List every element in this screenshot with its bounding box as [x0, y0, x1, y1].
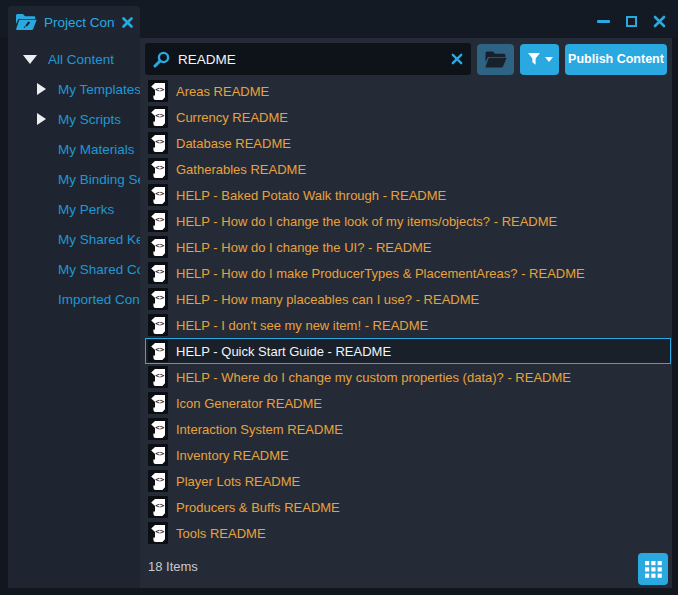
- grid-view-icon: [645, 561, 662, 578]
- filter-icon: [527, 52, 541, 66]
- list-item-label: HELP - Quick Start Guide - README: [176, 344, 391, 359]
- script-file-icon: <>: [148, 444, 168, 466]
- list-item[interactable]: <> HELP - How do I change the UI? - READ…: [145, 234, 671, 260]
- script-file-icon: <>: [148, 522, 168, 544]
- list-item-label: Inventory README: [176, 448, 289, 463]
- sidebar-item[interactable]: My Materials: [8, 134, 140, 164]
- item-count-label: 18 Items: [148, 559, 198, 574]
- script-file-icon: <>: [148, 470, 168, 492]
- svg-text:<>: <>: [155, 474, 165, 483]
- sidebar-item[interactable]: Imported Con: [8, 284, 140, 314]
- chevron-down-icon: [545, 57, 553, 62]
- list-item-label: HELP - How do I change the UI? - README: [176, 240, 432, 255]
- list-item-label: HELP - I don't see my new item! - README: [176, 318, 428, 333]
- search-clear-icon[interactable]: [451, 53, 463, 65]
- search-icon: [153, 51, 170, 68]
- sidebar-item-label: My Binding Se: [58, 172, 140, 187]
- script-file-icon: <>: [148, 496, 168, 518]
- sidebar-item[interactable]: My Shared Ke: [8, 224, 140, 254]
- list-item-label: Areas README: [176, 84, 269, 99]
- window-controls: [596, 14, 666, 28]
- browse-folder-button[interactable]: [477, 44, 514, 75]
- sidebar-item-all-content[interactable]: All Content: [8, 44, 140, 74]
- sidebar-item-label: My Shared Ke: [58, 232, 140, 247]
- svg-text:<>: <>: [155, 188, 165, 197]
- list-item[interactable]: <> HELP - I don't see my new item! - REA…: [145, 312, 671, 338]
- sidebar-item-label: Imported Con: [58, 292, 140, 307]
- collapsed-triangle-icon[interactable]: [37, 83, 46, 95]
- sidebar-item[interactable]: My Binding Se: [8, 164, 140, 194]
- list-item-label: HELP - How do I change the look of my it…: [176, 214, 557, 229]
- svg-text:<>: <>: [155, 110, 165, 119]
- title-bar: Project Content: [0, 0, 678, 38]
- script-file-icon: <>: [148, 392, 168, 414]
- svg-text:<>: <>: [155, 292, 165, 301]
- sidebar-item-label: My Materials: [58, 142, 135, 157]
- list-item-label: Player Lots README: [176, 474, 300, 489]
- collapsed-triangle-icon[interactable]: [37, 113, 46, 125]
- list-item[interactable]: <> HELP - How many placeables can I use?…: [145, 286, 671, 312]
- list-item[interactable]: <> Icon Generator README: [145, 390, 671, 416]
- list-item[interactable]: <> HELP - Where do I change my custom pr…: [145, 364, 671, 390]
- script-file-icon: <>: [148, 262, 168, 284]
- script-file-icon: <>: [148, 340, 168, 362]
- sidebar-item[interactable]: My Shared Co: [8, 254, 140, 284]
- list-item-label: Interaction System README: [176, 422, 343, 437]
- sidebar-item[interactable]: My Templates: [8, 74, 140, 104]
- svg-text:<>: <>: [155, 240, 165, 249]
- script-file-icon: <>: [148, 210, 168, 232]
- list-item[interactable]: <> Tools README: [145, 520, 671, 546]
- tab-close-icon[interactable]: [122, 17, 133, 28]
- svg-text:<>: <>: [155, 526, 165, 535]
- window-close-icon[interactable]: [652, 14, 666, 28]
- svg-text:<>: <>: [155, 422, 165, 431]
- script-file-icon: <>: [148, 288, 168, 310]
- list-item[interactable]: <> Interaction System README: [145, 416, 671, 442]
- list-item[interactable]: <> Gatherables README: [145, 156, 671, 182]
- project-folder-icon: [15, 13, 37, 31]
- svg-text:<>: <>: [155, 344, 165, 353]
- publish-content-button[interactable]: Publish Content: [565, 44, 667, 75]
- sidebar-item[interactable]: My Perks: [8, 194, 140, 224]
- filter-button[interactable]: [520, 44, 559, 75]
- sidebar-item[interactable]: My Scripts: [8, 104, 140, 134]
- list-item[interactable]: <> Currency README: [145, 104, 671, 130]
- list-item[interactable]: <> HELP - Quick Start Guide - README: [145, 338, 671, 364]
- list-item[interactable]: <> Inventory README: [145, 442, 671, 468]
- search-box[interactable]: [145, 43, 471, 75]
- tab-project-content[interactable]: Project Content: [8, 6, 140, 38]
- script-file-icon: <>: [148, 236, 168, 258]
- list-item-label: Tools README: [176, 526, 266, 541]
- list-item[interactable]: <> Areas README: [145, 78, 671, 104]
- list-item[interactable]: <> HELP - How do I make ProducerTypes & …: [145, 260, 671, 286]
- expanded-triangle-icon[interactable]: [23, 55, 37, 64]
- search-input[interactable]: [178, 52, 443, 67]
- svg-text:<>: <>: [155, 500, 165, 509]
- list-item[interactable]: <> HELP - Baked Potato Walk through - RE…: [145, 182, 671, 208]
- content-list: <> Areas README <> Currency README <> Da…: [145, 78, 671, 546]
- svg-text:<>: <>: [155, 214, 165, 223]
- svg-text:<>: <>: [155, 318, 165, 327]
- script-file-icon: <>: [148, 314, 168, 336]
- script-file-icon: <>: [148, 106, 168, 128]
- sidebar-item-label: My Templates: [58, 82, 140, 97]
- toolbar: Publish Content: [140, 38, 672, 76]
- svg-text:<>: <>: [155, 396, 165, 405]
- folder-icon: [484, 50, 507, 69]
- content-panel: Publish Content <> Areas README <> Curre…: [140, 38, 672, 588]
- maximize-icon[interactable]: [624, 14, 638, 28]
- svg-text:<>: <>: [155, 370, 165, 379]
- svg-text:<>: <>: [155, 162, 165, 171]
- list-item[interactable]: <> Player Lots README: [145, 468, 671, 494]
- minimize-icon[interactable]: [596, 14, 610, 28]
- svg-text:<>: <>: [155, 136, 165, 145]
- list-item[interactable]: <> Producers & Buffs README: [145, 494, 671, 520]
- sidebar-item-label: My Shared Co: [58, 262, 140, 277]
- grid-view-button[interactable]: [638, 553, 668, 585]
- list-item-label: HELP - Baked Potato Walk through - READM…: [176, 188, 446, 203]
- list-item-label: Icon Generator README: [176, 396, 322, 411]
- list-item[interactable]: <> Database README: [145, 130, 671, 156]
- list-item-label: Currency README: [176, 110, 288, 125]
- script-file-icon: <>: [148, 184, 168, 206]
- list-item[interactable]: <> HELP - How do I change the look of my…: [145, 208, 671, 234]
